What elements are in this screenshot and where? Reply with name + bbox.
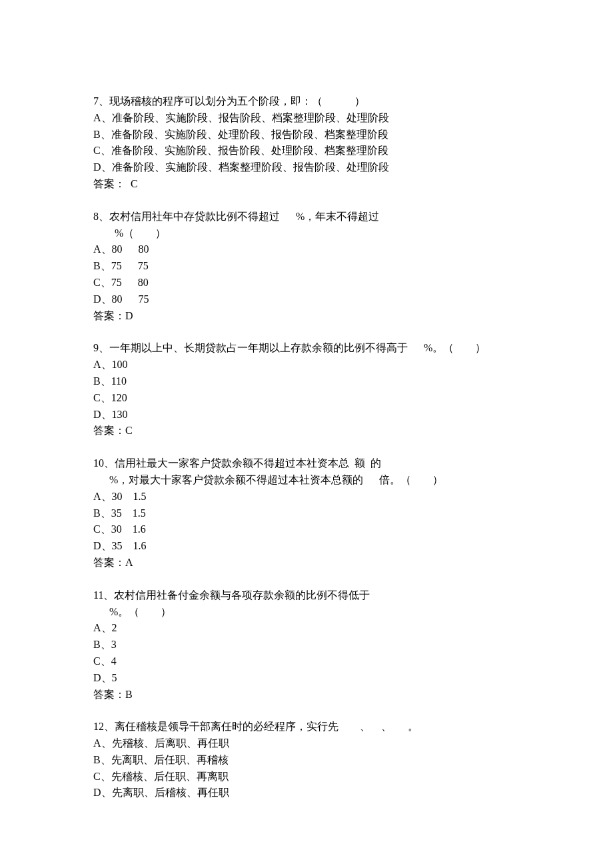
question-option: A、30 1.5 [93, 489, 520, 505]
question-7: 7、现场稽核的程序可以划分为五个阶段，即：（ ） A、准备阶段、实施阶段、报告阶… [93, 93, 520, 193]
question-prompt: 10、信用社最大一家客户贷款余额不得超过本社资本总 额 的 %，对最大十家客户贷… [93, 455, 520, 489]
question-answer: 答案：B [93, 687, 520, 703]
question-8: 8、农村信用社年中存贷款比例不得超过 %，年末不得超过 %（ ） A、80 80… [93, 209, 520, 325]
question-option: D、80 75 [93, 291, 520, 308]
question-option: C、120 [93, 390, 520, 407]
question-option: C、75 80 [93, 275, 520, 291]
question-prompt: 8、农村信用社年中存贷款比例不得超过 %，年末不得超过 %（ ） [93, 209, 520, 242]
question-option: A、准备阶段、实施阶段、报告阶段、档案整理阶段、处理阶段 [93, 110, 520, 127]
question-9: 9、一年期以上中、长期贷款占一年期以上存款余额的比例不得高于 %。（ ） A、1… [93, 340, 520, 439]
question-option: D、先离职、后稽核、再任职 [93, 785, 520, 801]
question-option: A、先稽核、后离职、再任职 [93, 735, 520, 752]
question-option: C、先稽核、后任职、再离职 [93, 769, 520, 785]
question-10: 10、信用社最大一家客户贷款余额不得超过本社资本总 额 的 %，对最大十家客户贷… [93, 455, 520, 571]
question-option: C、准备阶段、实施阶段、报告阶段、处理阶段、档案整理阶段 [93, 143, 520, 159]
question-option: D、准备阶段、实施阶段、档案整理阶段、报告阶段、处理阶段 [93, 159, 520, 176]
question-prompt: 7、现场稽核的程序可以划分为五个阶段，即：（ ） [93, 93, 520, 110]
question-answer: 答案： C [93, 176, 520, 193]
question-option: D、35 1.6 [93, 538, 520, 555]
question-option: B、3 [93, 637, 520, 653]
question-prompt: 11、农村信用社备付金余额与各项存款余额的比例不得低于 %。（ ） [93, 587, 520, 621]
question-option: A、100 [93, 357, 520, 373]
question-option: A、2 [93, 620, 520, 637]
question-prompt: 12、离任稽核是领导干部离任时的必经程序，实行先 、 、 。 [93, 719, 520, 735]
question-prompt: 9、一年期以上中、长期贷款占一年期以上存款余额的比例不得高于 %。（ ） [93, 340, 520, 357]
question-option: A、80 80 [93, 241, 520, 258]
question-option: D、130 [93, 407, 520, 423]
question-option: C、30 1.6 [93, 521, 520, 538]
question-answer: 答案：A [93, 555, 520, 571]
question-option: B、准备阶段、实施阶段、处理阶段、报告阶段、档案整理阶段 [93, 127, 520, 143]
question-option: D、5 [93, 670, 520, 687]
question-option: B、75 75 [93, 258, 520, 275]
document-page: 7、现场稽核的程序可以划分为五个阶段，即：（ ） A、准备阶段、实施阶段、报告阶… [0, 0, 613, 868]
question-answer: 答案：D [93, 308, 520, 325]
question-answer: 答案：C [93, 423, 520, 439]
question-option: B、先离职、后任职、再稽核 [93, 752, 520, 769]
question-option: C、4 [93, 653, 520, 670]
question-11: 11、农村信用社备付金余额与各项存款余额的比例不得低于 %。（ ） A、2 B、… [93, 587, 520, 703]
question-option: B、110 [93, 373, 520, 390]
question-12: 12、离任稽核是领导干部离任时的必经程序，实行先 、 、 。 A、先稽核、后离职… [93, 719, 520, 801]
question-option: B、35 1.5 [93, 505, 520, 522]
